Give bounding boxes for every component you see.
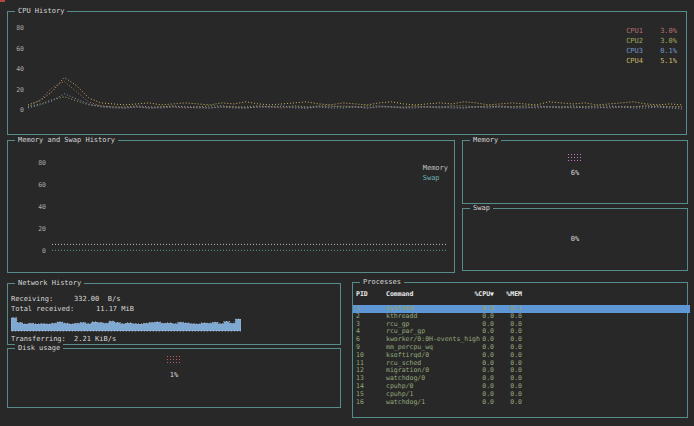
cpu-y-axis: 806040200 [12,12,24,122]
cpu-history-panel: CPU History 806040200 CPU13.0%CPU23.0%CP… [7,11,687,135]
memory-swap-history-title: Memory and Swap History [15,136,118,145]
y-tick-label: 0 [20,107,24,114]
legend-value: 5.1% [651,56,677,66]
processes-title: Processes [360,278,404,287]
receiving-value: 332.00 B/s [74,295,120,303]
legend-value: 0.1% [651,46,677,56]
process-pid: 16 [356,399,386,407]
network-history-panel: Network History Receiving: 332.00 B/s To… [7,283,341,345]
y-tick-label: 80 [38,160,46,167]
col-pid: PID [356,290,386,298]
process-pid: 1 [356,305,386,313]
swap-percent: 0% [463,235,687,243]
y-tick-label: 0 [42,248,46,255]
memory-swap-y-axis: 806040200 [32,141,46,259]
memswap-legend-item: Swap [423,173,448,183]
process-pid: 6 [356,336,386,344]
col-mem[interactable]: %MEM [494,290,522,298]
cpu-legend-item: CPU30.1% [626,46,677,56]
series-cpu1 [28,81,682,108]
network-history-title: Network History [15,279,84,288]
memswap-legend-item: Memory [423,163,448,173]
process-pid: 3 [356,321,386,329]
process-row[interactable]: 16watchdog/10.00.0 [353,399,690,407]
legend-name: CPU1 [626,26,643,36]
transferring-value: 2.21 KiB/s [74,335,116,343]
col-command: Command [386,290,470,298]
total-received-label: Total received: [11,305,74,313]
processes-panel: Processes PID Command %CPU▼ %MEM 1system… [352,282,688,418]
swap-gauge-title: Swap [470,204,493,213]
network-area [11,318,241,331]
series-cpu3 [28,94,682,109]
process-cpu: 0.0 [470,399,494,407]
cpu-legend: CPU13.0%CPU23.0%CPU30.1%CPU45.1% [626,26,677,66]
process-mem: 0.0 [494,399,522,407]
legend-name: CPU3 [626,46,643,56]
memory-swap-history-chart [50,151,450,269]
total-received-value: 11.17 MiB [96,305,134,313]
process-pid: 4 [356,328,386,336]
memory-gauge-panel: Memory 6% [462,140,688,204]
y-tick-label: 40 [16,66,24,73]
y-tick-label: 60 [16,46,24,53]
legend-value: 3.0% [651,26,677,36]
memory-swap-legend: MemorySwap [423,163,448,183]
swap-gauge-panel: Swap 0% [462,208,688,271]
disk-usage-panel: Disk usage 1% [7,348,341,408]
y-tick-label: 20 [16,87,24,94]
cpu-history-chart [26,20,686,130]
col-cpu-sort[interactable]: %CPU▼ [470,290,494,298]
legend-name: CPU4 [626,56,643,66]
legend-value: 3.0% [651,36,677,46]
memory-percent: 6% [463,169,687,177]
y-tick-label: 80 [16,25,24,32]
y-tick-label: 60 [38,182,46,189]
legend-name: CPU2 [626,36,643,46]
disk-donut-icon [166,355,182,364]
disk-usage-title: Disk usage [15,344,63,353]
series-cpu2 [28,97,682,107]
memory-gauge-title: Memory [470,136,501,145]
screen-corner-artifact [0,0,5,2]
cpu-legend-item: CPU45.1% [626,56,677,66]
gtop-system-monitor: { "colors": { "background": "#282828", "… [0,0,694,426]
network-sparkline [11,315,241,332]
receiving-label: Receiving: [11,295,53,303]
process-table-header: PID Command %CPU▼ %MEM [353,290,690,298]
memory-swap-history-panel: Memory and Swap History 806040200 Memory… [7,140,455,273]
transferring-label: Transferring: [11,335,66,343]
cpu-legend-item: CPU13.0% [626,26,677,36]
process-table-body: 1systemd0.00.12kthreadd0.00.03rcu_gp0.00… [353,305,687,406]
y-tick-label: 40 [38,204,46,211]
disk-percent: 1% [8,371,340,379]
y-tick-label: 20 [38,226,46,233]
memory-donut-icon [567,153,583,162]
process-pid: 2 [356,313,386,321]
cpu-legend-item: CPU23.0% [626,36,677,46]
series-cpu4 [28,77,682,105]
process-cmd: watchdog/1 [386,399,470,407]
